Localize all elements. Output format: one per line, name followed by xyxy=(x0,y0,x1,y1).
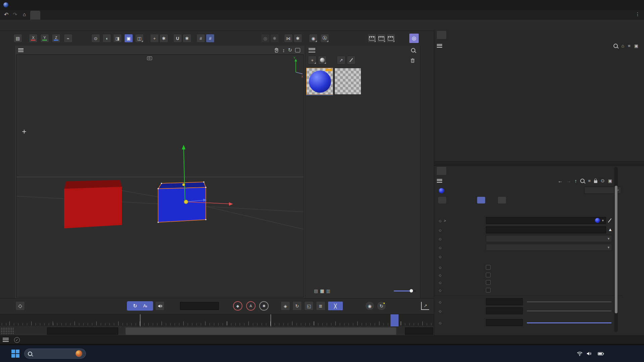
preview-range-bar[interactable] xyxy=(126,327,396,335)
new-material-button[interactable]: + xyxy=(308,56,317,64)
tab-takes[interactable] xyxy=(448,31,457,39)
range-start-field[interactable] xyxy=(47,327,118,335)
popout-icon[interactable]: ▣ xyxy=(634,43,638,48)
projection-display-dropdown[interactable]: ▼ xyxy=(486,244,612,251)
viewport-menu-icon[interactable] xyxy=(18,48,24,52)
keying-settings-button[interactable]: ✱ xyxy=(259,301,269,311)
window-maximize-button[interactable] xyxy=(611,0,627,10)
keyframe-diamond-button[interactable]: ◇ xyxy=(15,301,25,311)
animate-mouse-button[interactable]: ◉ xyxy=(365,301,374,311)
viewport-canvas[interactable]: Y X xyxy=(16,54,304,298)
pan-hand-icon[interactable] xyxy=(274,47,279,53)
workspace-layout-button[interactable]: ▤ xyxy=(13,34,22,43)
make-editable-button[interactable]: ⊙ xyxy=(91,34,100,43)
dolly-icon[interactable]: ↕ xyxy=(282,47,285,53)
status-menu-icon[interactable] xyxy=(3,338,9,342)
projection-dropdown[interactable]: ▼ xyxy=(486,235,612,242)
search-icon[interactable] xyxy=(613,44,618,48)
redo-icon[interactable]: ↷ xyxy=(13,11,17,18)
dock-splitter[interactable] xyxy=(434,161,644,166)
material-name-label[interactable] xyxy=(334,95,361,95)
model-mode-button[interactable]: ◖ xyxy=(102,34,111,43)
object-mode-button[interactable]: ▣ xyxy=(124,34,133,43)
search-icon[interactable] xyxy=(580,179,585,183)
tab-layers[interactable] xyxy=(448,167,457,175)
material-thumbnail[interactable] xyxy=(306,68,333,95)
material-thumbnail[interactable] xyxy=(334,68,361,95)
autokey-button[interactable]: A xyxy=(246,301,256,311)
orbit-icon[interactable]: ↻ xyxy=(288,47,292,53)
forward-arrow-icon[interactable]: → xyxy=(566,178,571,184)
add-material-checkbox[interactable] xyxy=(486,265,491,270)
document-tab[interactable] xyxy=(30,11,40,19)
import-material-button[interactable]: ↗ xyxy=(337,56,346,64)
key-position-button[interactable]: ◈ xyxy=(281,301,290,311)
material-item-mat[interactable] xyxy=(334,68,361,95)
back-arrow-icon[interactable]: ← xyxy=(558,178,563,184)
playhead[interactable] xyxy=(390,314,399,326)
interactive-render-region-button[interactable]: ◎ xyxy=(409,33,419,43)
render-settings-button[interactable]: ✱ xyxy=(386,34,395,43)
home-icon[interactable]: ⌂ xyxy=(23,11,26,17)
undo-icon[interactable]: ↶ xyxy=(4,11,8,18)
edit-material-button[interactable] xyxy=(347,56,356,64)
grid-snap-button[interactable]: # xyxy=(196,34,205,43)
timeline-ruler[interactable] xyxy=(0,314,434,326)
lock-z-axis-button[interactable]: Z xyxy=(52,34,60,43)
texture-mode-button[interactable]: ◨ xyxy=(113,34,122,43)
snap-settings-button[interactable]: ✱ xyxy=(183,34,191,43)
render-animation-button[interactable]: ▶ xyxy=(377,34,386,43)
frame-view-icon[interactable] xyxy=(295,48,300,52)
key-pla-button[interactable]: ╳ xyxy=(328,301,343,311)
up-arrow-icon[interactable]: ↑ xyxy=(574,178,577,184)
list-view-icon[interactable]: ▤ xyxy=(314,288,318,293)
eyedropper-icon[interactable] xyxy=(608,218,612,223)
lock-y-axis-button[interactable]: Y xyxy=(40,34,49,43)
seamless-checkbox[interactable] xyxy=(486,280,491,285)
key-parameter-button[interactable]: ≣ xyxy=(316,301,325,311)
section-tag[interactable] xyxy=(477,197,485,203)
coordinate-system-button[interactable]: ⌁ xyxy=(64,34,73,43)
symmetry-settings-button[interactable]: ✱ xyxy=(293,34,302,43)
length-u-slider[interactable] xyxy=(527,322,611,323)
window-minimize-button[interactable] xyxy=(595,0,611,10)
large-view-icon[interactable]: ▥ xyxy=(326,288,330,293)
workspace-overflow-icon[interactable]: ⋮ xyxy=(635,11,640,17)
selection-drop-target-icon[interactable]: ▲ xyxy=(608,227,612,232)
battery-icon[interactable] xyxy=(598,352,604,356)
symmetry-button[interactable]: ⋈ xyxy=(284,34,293,43)
attributes-menu-icon[interactable] xyxy=(437,179,442,183)
enable-axis-button[interactable]: + xyxy=(150,34,159,43)
filter-icon[interactable]: ≡ xyxy=(588,178,591,183)
speaker-icon[interactable] xyxy=(586,351,592,356)
quantize-snap-button[interactable]: # xyxy=(206,34,215,43)
material-item-mat1[interactable] xyxy=(306,68,333,95)
tile-checkbox[interactable] xyxy=(486,273,491,277)
section-basic[interactable] xyxy=(438,197,446,203)
material-search-icon[interactable] xyxy=(411,48,415,52)
window-close-button[interactable] xyxy=(627,0,644,10)
timeline-grip[interactable] xyxy=(1,327,14,335)
offset-v-slider[interactable] xyxy=(527,311,611,311)
delete-material-icon[interactable] xyxy=(410,58,415,63)
snap-magnet-button[interactable]: U xyxy=(173,34,182,43)
camera-rotate-button[interactable]: ↻ xyxy=(377,301,386,311)
wifi-icon[interactable] xyxy=(577,352,583,356)
default-material-button[interactable] xyxy=(318,56,327,64)
current-frame-field[interactable] xyxy=(180,302,219,310)
lock-icon[interactable] xyxy=(594,180,597,183)
record-keyframe-button[interactable]: ◆ xyxy=(233,301,242,311)
render-view-button[interactable] xyxy=(368,34,376,43)
search-box[interactable] xyxy=(24,349,86,359)
material-link-field[interactable]: ▼ xyxy=(486,217,606,224)
camera-menu-icon[interactable] xyxy=(147,56,152,60)
tab-objects[interactable] xyxy=(437,31,446,39)
section-coordinates[interactable] xyxy=(498,197,506,203)
start-button[interactable] xyxy=(11,350,19,358)
length-u-field[interactable] xyxy=(486,319,523,326)
attributes-scrollbar[interactable] xyxy=(614,167,618,332)
grid-view-icon[interactable]: ▦ xyxy=(320,288,324,293)
key-scale-button[interactable]: ◱ xyxy=(304,301,314,311)
offset-v-field[interactable] xyxy=(486,307,523,314)
selection-field[interactable] xyxy=(486,226,606,233)
